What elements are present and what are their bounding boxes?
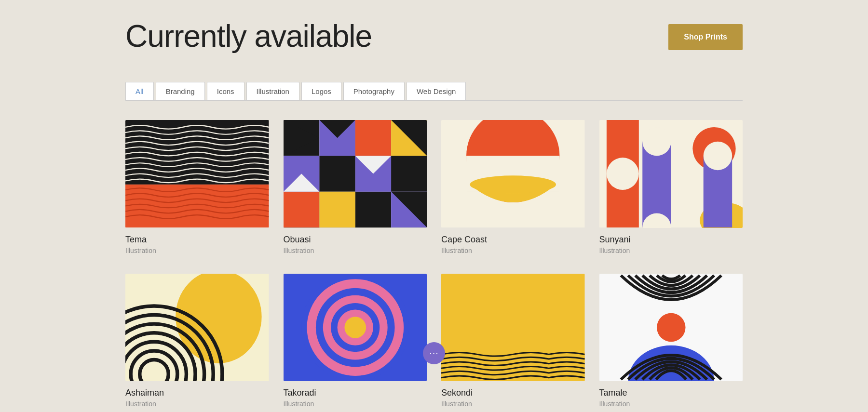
grid-item-image-obuasi	[284, 120, 427, 227]
svg-point-61	[344, 317, 366, 338]
tamale-category: Illustration	[599, 400, 743, 408]
shop-prints-button[interactable]: Shop Prints	[668, 24, 743, 50]
grid-item-image-ashaiman	[125, 274, 269, 381]
ashaiman-title: Ashaiman	[125, 388, 269, 398]
svg-point-43	[703, 142, 732, 171]
filter-tab-web-design[interactable]: Web Design	[407, 82, 466, 100]
grid-item-sunyani[interactable]: Sunyani Illustration	[599, 120, 743, 254]
svg-rect-11	[391, 156, 427, 192]
svg-point-38	[642, 127, 671, 156]
grid-item-sekondi[interactable]: Sekondi Illustration	[441, 274, 585, 408]
tema-title: Tema	[125, 235, 269, 245]
svg-point-33	[470, 176, 556, 194]
svg-rect-21	[355, 120, 391, 156]
svg-point-65	[657, 313, 686, 342]
sekondi-category: Illustration	[441, 400, 585, 408]
grid-item-image-sunyani	[599, 120, 743, 227]
cape-coast-title: Cape Coast	[441, 235, 585, 245]
grid-item-tema[interactable]: Tema Illustration	[125, 120, 269, 254]
grid-item-image-tema	[125, 120, 269, 227]
grid-item-obuasi[interactable]: Obuasi Illustration	[284, 120, 427, 254]
grid-row-2: Ashaiman Illustration	[125, 274, 743, 408]
floating-btn-icon: ···	[429, 347, 439, 359]
page-wrapper: Currently available Shop Prints AllBrand…	[96, 0, 772, 412]
grid-row-1: Tema Illustration	[125, 120, 743, 254]
sunyani-category: Illustration	[599, 247, 743, 254]
grid-item-ashaiman[interactable]: Ashaiman Illustration	[125, 274, 269, 408]
filter-tab-photography[interactable]: Photography	[343, 82, 405, 100]
grid-item-takoradi[interactable]: Takoradi Illustration	[284, 274, 427, 408]
svg-rect-14	[355, 192, 391, 227]
takoradi-title: Takoradi	[284, 388, 427, 398]
floating-more-button[interactable]: ···	[423, 342, 445, 364]
svg-point-36	[606, 158, 638, 190]
svg-rect-9	[319, 156, 355, 192]
tamale-title: Tamale	[599, 388, 743, 398]
obuasi-category: Illustration	[284, 247, 427, 254]
grid-item-image-takoradi	[284, 274, 427, 381]
filter-tabs: AllBrandingIconsIllustrationLogosPhotogr…	[125, 82, 743, 101]
ashaiman-category: Illustration	[125, 400, 269, 408]
cape-coast-category: Illustration	[441, 247, 585, 254]
grid-item-image-cape-coast	[441, 120, 585, 227]
filter-tab-all[interactable]: All	[125, 82, 154, 100]
filter-tab-logos[interactable]: Logos	[301, 82, 341, 100]
svg-rect-22	[319, 192, 355, 227]
filter-tab-icons[interactable]: Icons	[207, 82, 244, 100]
grid-row-2-wrapper: Ashaiman Illustration	[125, 274, 743, 408]
svg-rect-20	[284, 192, 319, 227]
takoradi-category: Illustration	[284, 400, 427, 408]
grid-item-image-tamale	[599, 274, 743, 381]
svg-rect-2	[125, 185, 269, 227]
grid-item-cape-coast[interactable]: Cape Coast Illustration	[441, 120, 585, 254]
tema-category: Illustration	[125, 247, 269, 254]
grid-item-tamale[interactable]: Tamale Illustration	[599, 274, 743, 408]
sekondi-title: Sekondi	[441, 388, 585, 398]
grid-item-image-sekondi	[441, 274, 585, 381]
obuasi-title: Obuasi	[284, 235, 427, 245]
header: Currently available Shop Prints	[125, 19, 743, 53]
filter-tab-branding[interactable]: Branding	[156, 82, 205, 100]
page-title: Currently available	[125, 19, 372, 53]
filter-tab-illustration[interactable]: Illustration	[246, 82, 299, 100]
sunyani-title: Sunyani	[599, 235, 743, 245]
